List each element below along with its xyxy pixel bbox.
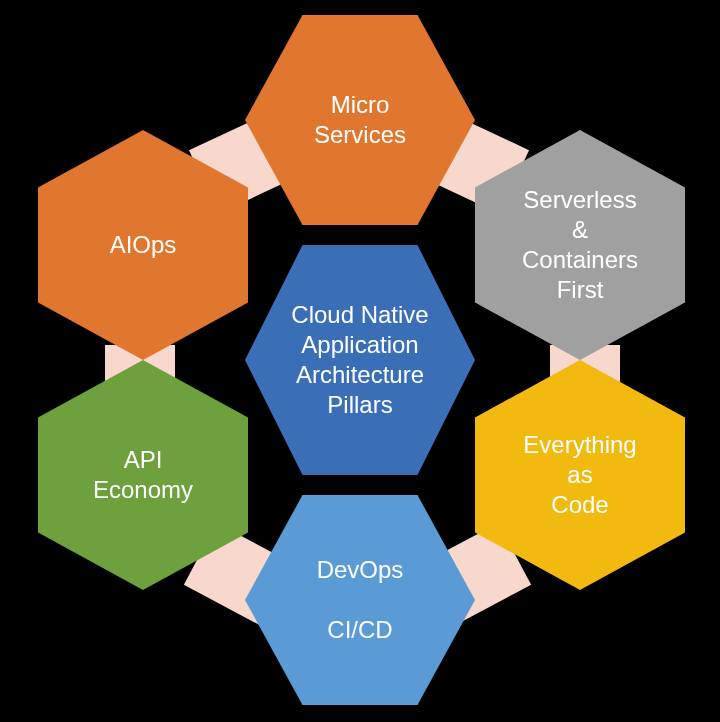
everything-as-code-label: Everything as Code — [499, 430, 660, 520]
aiops-label: AIOps — [86, 230, 201, 260]
micro-services-label: Micro Services — [290, 90, 430, 150]
center-hex-label: Cloud Native Application Architecture Pi… — [267, 300, 452, 420]
serverless-containers-label: Serverless & Containers First — [498, 185, 662, 305]
center-hex: Cloud Native Application Architecture Pi… — [245, 245, 475, 475]
devops-cicd-label: DevOps CI/CD — [293, 555, 428, 645]
api-economy-label: API Economy — [69, 445, 217, 505]
cloud-native-pillars-diagram: Cloud Native Application Architecture Pi… — [0, 0, 720, 722]
micro-services-hex: Micro Services — [245, 15, 475, 225]
devops-cicd-hex: DevOps CI/CD — [245, 495, 475, 705]
